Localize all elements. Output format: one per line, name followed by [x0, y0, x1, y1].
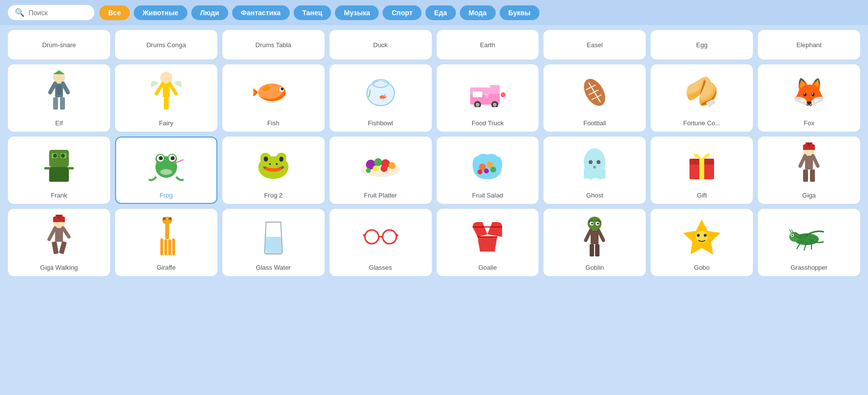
card-glass-water[interactable]: Glass Water	[222, 209, 325, 276]
svg-point-55	[160, 169, 172, 175]
card-gobo[interactable]: Gobo	[651, 209, 753, 276]
filter-btn-music[interactable]: Музыка	[335, 5, 379, 20]
search-box[interactable]: 🔍	[8, 5, 94, 20]
card-fruit-salad[interactable]: Fruit Salad	[437, 137, 539, 204]
svg-point-128	[792, 235, 793, 236]
svg-line-11	[170, 84, 176, 94]
svg-rect-77	[699, 159, 704, 179]
card-fox[interactable]: 🦊Fox	[758, 64, 860, 132]
card-frog[interactable]: Frog	[115, 137, 217, 204]
top-card-earth[interactable]: Earth	[437, 30, 539, 59]
card-icon-giga-walking	[13, 215, 105, 259]
filter-btn-people[interactable]: Люди	[191, 5, 228, 20]
card-icon-fairy	[120, 70, 212, 114]
search-input[interactable]	[29, 9, 88, 17]
card-label-fortune-cookie: Fortune Co...	[683, 119, 720, 127]
card-icon-frank	[13, 142, 105, 187]
svg-rect-82	[803, 169, 808, 182]
svg-point-102	[365, 230, 379, 244]
svg-point-63	[381, 165, 388, 172]
card-icon-ghost	[548, 142, 641, 187]
card-icon-fruit-platter	[334, 142, 427, 187]
filter-btn-fantasy[interactable]: Фантастика	[232, 5, 290, 20]
filter-btn-fashion[interactable]: Мода	[460, 5, 496, 20]
svg-point-46	[53, 154, 57, 158]
top-card-drums-tabla[interactable]: Drums Tabla	[222, 30, 325, 59]
card-icon-goalie	[442, 215, 534, 259]
row3: Giga WalkingGiraffeGlass WaterGlassesGoa…	[8, 209, 860, 276]
card-fruit-platter[interactable]: Fruit Platter	[329, 137, 432, 204]
card-giga[interactable]: Giga	[758, 137, 860, 204]
filter-btn-letters[interactable]: Буквы	[500, 5, 539, 20]
card-giraffe[interactable]: Giraffe	[115, 209, 217, 276]
card-football[interactable]: Football	[543, 64, 646, 132]
card-icon-grasshopper	[763, 215, 855, 259]
svg-point-101	[169, 217, 172, 220]
svg-point-28	[493, 103, 497, 107]
card-label-giraffe: Giraffe	[156, 264, 176, 271]
svg-rect-42	[49, 169, 53, 180]
filter-btn-all[interactable]: Все	[99, 5, 130, 20]
card-fortune-cookie[interactable]: 🥠Fortune Co...	[651, 64, 753, 132]
card-food-truck[interactable]: ☰Food Truck	[437, 64, 539, 132]
svg-rect-12	[164, 97, 169, 110]
svg-rect-96	[160, 238, 163, 255]
svg-rect-44	[44, 167, 50, 169]
card-ghost[interactable]: Ghost	[543, 137, 646, 204]
card-icon-giga	[763, 142, 855, 187]
card-fairy[interactable]: Fairy	[115, 64, 217, 132]
card-label-food-truck: Food Truck	[472, 119, 504, 127]
card-label-football: Football	[583, 119, 606, 127]
svg-point-103	[383, 230, 396, 244]
svg-rect-116	[591, 230, 599, 244]
top-card-egg[interactable]: Egg	[651, 30, 753, 59]
svg-rect-4	[53, 97, 58, 110]
card-label-glasses: Glasses	[369, 264, 392, 271]
svg-rect-29	[490, 85, 500, 94]
header: 🔍 ВсеЖивотныеЛюдиФантастикаТанецМузыкаСп…	[0, 0, 868, 25]
filter-btn-sport[interactable]: Спорт	[383, 5, 421, 20]
card-fishbowl[interactable]: Fishbowl	[329, 64, 432, 132]
svg-point-22	[384, 95, 385, 96]
card-label-grasshopper: Grasshopper	[790, 264, 827, 271]
card-gift[interactable]: Gift	[651, 137, 753, 204]
top-row: Drum-snareDrums CongaDrums TablaDuckEart…	[8, 30, 860, 59]
svg-rect-30	[473, 91, 482, 97]
card-giga-walking[interactable]: Giga Walking	[8, 209, 110, 276]
svg-point-14	[256, 81, 283, 99]
top-card-easel[interactable]: Easel	[543, 30, 646, 59]
svg-rect-90	[52, 241, 59, 254]
svg-rect-45	[68, 167, 74, 169]
card-label-frank: Frank	[51, 192, 67, 199]
card-frog2[interactable]: 🐸Frog 2	[222, 137, 325, 204]
card-goalie[interactable]: Goalie	[437, 209, 539, 276]
svg-point-62	[373, 166, 379, 171]
grid-container: Drum-snareDrums CongaDrums TablaDuckEart…	[0, 25, 868, 286]
svg-line-93	[63, 228, 69, 237]
card-label-goblin: Goblin	[586, 264, 604, 271]
card-label-giga: Giga	[802, 192, 815, 199]
filter-btn-animals[interactable]: Животные	[134, 5, 187, 20]
svg-rect-81	[805, 156, 813, 169]
svg-line-84	[800, 156, 805, 166]
svg-point-66	[487, 162, 493, 168]
card-elf[interactable]: Elf	[8, 64, 110, 132]
card-label-giga-walking: Giga Walking	[40, 264, 78, 271]
top-card-elephant[interactable]: Elephant	[758, 30, 860, 59]
svg-rect-71	[584, 169, 605, 178]
filter-btn-food[interactable]: Еда	[425, 5, 456, 20]
card-goblin[interactable]: Goblin	[543, 209, 646, 276]
card-glasses[interactable]: Glasses	[329, 209, 432, 276]
card-frank[interactable]: Frank	[8, 137, 110, 204]
top-card-drum-snare[interactable]: Drum-snare	[8, 30, 110, 59]
svg-rect-97	[164, 239, 167, 255]
top-card-drums-conga[interactable]: Drums Conga	[115, 30, 217, 59]
card-fish[interactable]: Fish	[222, 64, 325, 132]
card-grasshopper[interactable]: Grasshopper	[758, 209, 860, 276]
svg-point-61	[389, 162, 395, 169]
svg-rect-5	[60, 97, 65, 110]
svg-point-124	[704, 234, 707, 237]
filter-btn-dance[interactable]: Танец	[294, 5, 331, 20]
svg-rect-99	[172, 238, 175, 255]
top-card-duck[interactable]: Duck	[329, 30, 432, 59]
